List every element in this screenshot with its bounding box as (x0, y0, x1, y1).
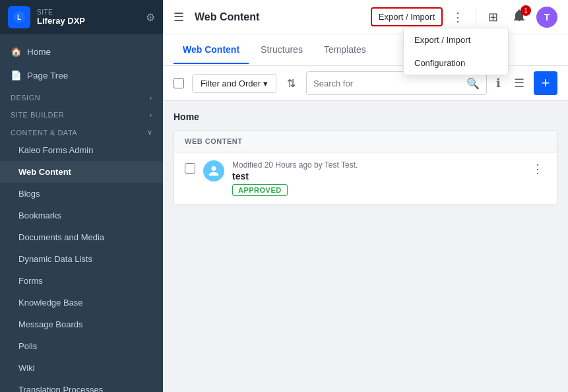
content-data-section[interactable]: Content & Data ∨ (0, 121, 163, 139)
dropdown-item-configuration[interactable]: Configuration (404, 51, 508, 75)
tab-templates[interactable]: Templates (315, 36, 375, 64)
content-panel: Web Content Structures Templates Filter … (163, 34, 568, 392)
sidebar-item-documents-media[interactable]: Documents and Media (0, 226, 163, 248)
sidebar-header: L SITE Liferay DXP ⚙ (0, 0, 163, 34)
list-view-button[interactable]: ☰ (510, 73, 528, 93)
table-row: Modified 20 Hours ago by Test Test. test… (174, 152, 557, 205)
site-label: SITE (37, 9, 139, 16)
avatar (203, 160, 224, 181)
notifications-button[interactable]: 1 (507, 5, 531, 28)
sidebar-item-message-boards[interactable]: Message Boards (0, 313, 163, 335)
design-section[interactable]: Design › (0, 87, 163, 104)
item-meta: Modified 20 Hours ago by Test Test. (232, 160, 521, 170)
apps-button[interactable]: ⊞ (484, 7, 502, 27)
tab-structures[interactable]: Structures (251, 36, 312, 64)
status-badge: APPROVED (232, 184, 288, 196)
search-button[interactable]: 🔍 (466, 77, 480, 90)
dropdown-menu: Export / Import Configuration (403, 28, 509, 75)
search-icon: 🔍 (466, 78, 480, 89)
info-icon: ℹ (496, 77, 501, 90)
section-card: WEB CONTENT Modified 20 Hours ago by Tes… (174, 130, 557, 205)
info-button[interactable]: ℹ (492, 73, 505, 93)
grid-icon: ⊞ (488, 11, 498, 24)
sidebar-item-kaleo-forms[interactable]: Kaleo Forms Admin (0, 139, 163, 161)
filter-order-button[interactable]: Filter and Order ▾ (192, 74, 276, 93)
content-data-items: Kaleo Forms Admin Web Content Blogs Book… (0, 139, 163, 392)
user-icon (208, 165, 220, 177)
item-title: test (232, 171, 521, 181)
svg-text:L: L (17, 14, 21, 21)
filter-label: Filter and Order (201, 79, 261, 88)
topbar-actions: Export / Import ⋮ ⊞ 1 T (371, 5, 557, 28)
topbar-wrapper: ☰ Web Content Export / Import ⋮ ⊞ 1 T (163, 0, 568, 34)
sidebar-item-wiki[interactable]: Wiki (0, 357, 163, 379)
sidebar-toggle-icon[interactable]: ☰ (174, 10, 184, 24)
sidebar-nav: 🏠 Home 📄 Page Tree Design › Site Builder… (0, 34, 163, 392)
sidebar-item-forms[interactable]: Forms (0, 270, 163, 292)
chevron-right-icon: › (150, 111, 152, 119)
main-content: ☰ Web Content Export / Import ⋮ ⊞ 1 T (163, 0, 568, 392)
dropdown-item-export-import[interactable]: Export / Import (404, 28, 508, 51)
site-name: Liferay DXP (37, 16, 139, 26)
sidebar-item-page-tree[interactable]: 📄 Page Tree (0, 63, 163, 87)
sidebar-item-polls[interactable]: Polls (0, 335, 163, 357)
list-icon: ☰ (514, 77, 524, 90)
chevron-down-icon: ∨ (147, 128, 153, 137)
breadcrumb: Home (174, 112, 557, 122)
section-header: WEB CONTENT (174, 131, 557, 152)
kebab-icon: ⋮ (452, 11, 464, 24)
site-logo: L (8, 6, 30, 28)
sidebar: L SITE Liferay DXP ⚙ 🏠 Home 📄 Page Tree … (0, 0, 163, 392)
sidebar-item-dynamic-data-lists[interactable]: Dynamic Data Lists (0, 248, 163, 270)
plus-icon: + (542, 75, 550, 92)
sidebar-item-home[interactable]: 🏠 Home (0, 40, 163, 63)
divider (476, 9, 476, 25)
sidebar-item-bookmarks[interactable]: Bookmarks (0, 205, 163, 226)
sort-button[interactable]: ⇅ (282, 75, 301, 92)
tab-web-content[interactable]: Web Content (174, 36, 249, 64)
item-checkbox[interactable] (185, 163, 195, 174)
sidebar-item-knowledge-base[interactable]: Knowledge Base (0, 292, 163, 313)
site-info: SITE Liferay DXP (37, 9, 139, 26)
export-import-button[interactable]: Export / Import (371, 7, 443, 26)
sidebar-item-blogs[interactable]: Blogs (0, 183, 163, 205)
item-actions-button[interactable]: ⋮ (529, 160, 546, 178)
sort-icon: ⇅ (287, 78, 296, 89)
config-icon[interactable]: ⚙ (146, 11, 155, 24)
search-input[interactable] (313, 79, 466, 88)
notification-badge: 1 (521, 5, 531, 16)
sidebar-item-web-content[interactable]: Web Content (0, 161, 163, 183)
user-avatar[interactable]: T (536, 7, 557, 28)
content-area: Home WEB CONTENT Modified 20 Hours ago b… (163, 101, 568, 392)
page-tree-icon: 📄 (11, 70, 22, 81)
home-icon: 🏠 (11, 46, 22, 57)
sidebar-item-translation-processes[interactable]: Translation Processes (0, 379, 163, 392)
chevron-down-icon: ▾ (263, 79, 268, 88)
chevron-right-icon: › (150, 94, 152, 102)
more-options-button[interactable]: ⋮ (448, 7, 468, 27)
add-button[interactable]: + (534, 71, 557, 95)
item-info: Modified 20 Hours ago by Test Test. test… (232, 160, 521, 196)
select-all-checkbox[interactable] (174, 78, 184, 88)
page-title: Web Content (195, 11, 363, 23)
site-builder-section[interactable]: Site Builder › (0, 104, 163, 121)
